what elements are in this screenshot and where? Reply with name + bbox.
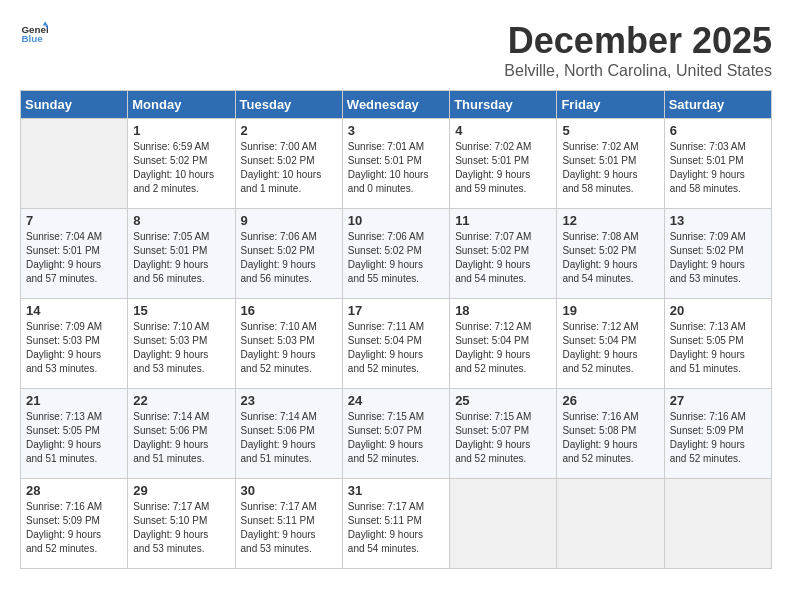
day-cell: 16Sunrise: 7:10 AM Sunset: 5:03 PM Dayli…	[235, 299, 342, 389]
day-content: Sunrise: 7:05 AM Sunset: 5:01 PM Dayligh…	[133, 230, 229, 286]
day-content: Sunrise: 7:09 AM Sunset: 5:02 PM Dayligh…	[670, 230, 766, 286]
day-cell: 23Sunrise: 7:14 AM Sunset: 5:06 PM Dayli…	[235, 389, 342, 479]
day-content: Sunrise: 7:12 AM Sunset: 5:04 PM Dayligh…	[562, 320, 658, 376]
day-cell: 25Sunrise: 7:15 AM Sunset: 5:07 PM Dayli…	[450, 389, 557, 479]
day-content: Sunrise: 7:06 AM Sunset: 5:02 PM Dayligh…	[241, 230, 337, 286]
day-number: 10	[348, 213, 444, 228]
day-content: Sunrise: 7:09 AM Sunset: 5:03 PM Dayligh…	[26, 320, 122, 376]
day-number: 5	[562, 123, 658, 138]
day-cell: 22Sunrise: 7:14 AM Sunset: 5:06 PM Dayli…	[128, 389, 235, 479]
week-row-1: 1Sunrise: 6:59 AM Sunset: 5:02 PM Daylig…	[21, 119, 772, 209]
day-content: Sunrise: 7:12 AM Sunset: 5:04 PM Dayligh…	[455, 320, 551, 376]
calendar-table: SundayMondayTuesdayWednesdayThursdayFrid…	[20, 90, 772, 569]
day-number: 18	[455, 303, 551, 318]
day-content: Sunrise: 7:10 AM Sunset: 5:03 PM Dayligh…	[241, 320, 337, 376]
day-content: Sunrise: 7:02 AM Sunset: 5:01 PM Dayligh…	[562, 140, 658, 196]
day-content: Sunrise: 7:16 AM Sunset: 5:08 PM Dayligh…	[562, 410, 658, 466]
day-cell: 10Sunrise: 7:06 AM Sunset: 5:02 PM Dayli…	[342, 209, 449, 299]
day-cell: 2Sunrise: 7:00 AM Sunset: 5:02 PM Daylig…	[235, 119, 342, 209]
day-content: Sunrise: 7:13 AM Sunset: 5:05 PM Dayligh…	[670, 320, 766, 376]
title-block: December 2025 Belville, North Carolina, …	[504, 20, 772, 80]
calendar-subtitle: Belville, North Carolina, United States	[504, 62, 772, 80]
day-cell: 15Sunrise: 7:10 AM Sunset: 5:03 PM Dayli…	[128, 299, 235, 389]
day-number: 11	[455, 213, 551, 228]
day-cell	[664, 479, 771, 569]
calendar-title: December 2025	[504, 20, 772, 62]
day-number: 26	[562, 393, 658, 408]
col-header-sunday: Sunday	[21, 91, 128, 119]
day-cell: 30Sunrise: 7:17 AM Sunset: 5:11 PM Dayli…	[235, 479, 342, 569]
week-row-2: 7Sunrise: 7:04 AM Sunset: 5:01 PM Daylig…	[21, 209, 772, 299]
day-cell: 27Sunrise: 7:16 AM Sunset: 5:09 PM Dayli…	[664, 389, 771, 479]
day-number: 9	[241, 213, 337, 228]
day-number: 20	[670, 303, 766, 318]
day-cell: 3Sunrise: 7:01 AM Sunset: 5:01 PM Daylig…	[342, 119, 449, 209]
day-number: 6	[670, 123, 766, 138]
week-row-5: 28Sunrise: 7:16 AM Sunset: 5:09 PM Dayli…	[21, 479, 772, 569]
day-content: Sunrise: 7:04 AM Sunset: 5:01 PM Dayligh…	[26, 230, 122, 286]
day-content: Sunrise: 7:15 AM Sunset: 5:07 PM Dayligh…	[455, 410, 551, 466]
day-number: 22	[133, 393, 229, 408]
day-cell: 28Sunrise: 7:16 AM Sunset: 5:09 PM Dayli…	[21, 479, 128, 569]
day-cell: 31Sunrise: 7:17 AM Sunset: 5:11 PM Dayli…	[342, 479, 449, 569]
day-number: 19	[562, 303, 658, 318]
day-number: 31	[348, 483, 444, 498]
logo: General Blue	[20, 20, 48, 48]
day-content: Sunrise: 7:06 AM Sunset: 5:02 PM Dayligh…	[348, 230, 444, 286]
day-cell: 9Sunrise: 7:06 AM Sunset: 5:02 PM Daylig…	[235, 209, 342, 299]
day-cell: 5Sunrise: 7:02 AM Sunset: 5:01 PM Daylig…	[557, 119, 664, 209]
col-header-monday: Monday	[128, 91, 235, 119]
day-content: Sunrise: 7:08 AM Sunset: 5:02 PM Dayligh…	[562, 230, 658, 286]
day-number: 4	[455, 123, 551, 138]
day-number: 28	[26, 483, 122, 498]
day-number: 7	[26, 213, 122, 228]
col-header-saturday: Saturday	[664, 91, 771, 119]
day-number: 16	[241, 303, 337, 318]
day-content: Sunrise: 7:11 AM Sunset: 5:04 PM Dayligh…	[348, 320, 444, 376]
day-number: 21	[26, 393, 122, 408]
day-content: Sunrise: 7:02 AM Sunset: 5:01 PM Dayligh…	[455, 140, 551, 196]
page-header: General Blue December 2025 Belville, Nor…	[20, 20, 772, 80]
day-number: 23	[241, 393, 337, 408]
week-row-3: 14Sunrise: 7:09 AM Sunset: 5:03 PM Dayli…	[21, 299, 772, 389]
day-cell: 11Sunrise: 7:07 AM Sunset: 5:02 PM Dayli…	[450, 209, 557, 299]
day-number: 30	[241, 483, 337, 498]
day-cell: 1Sunrise: 6:59 AM Sunset: 5:02 PM Daylig…	[128, 119, 235, 209]
day-content: Sunrise: 7:07 AM Sunset: 5:02 PM Dayligh…	[455, 230, 551, 286]
col-header-tuesday: Tuesday	[235, 91, 342, 119]
day-number: 17	[348, 303, 444, 318]
day-cell: 21Sunrise: 7:13 AM Sunset: 5:05 PM Dayli…	[21, 389, 128, 479]
day-cell: 14Sunrise: 7:09 AM Sunset: 5:03 PM Dayli…	[21, 299, 128, 389]
col-header-thursday: Thursday	[450, 91, 557, 119]
svg-text:Blue: Blue	[21, 33, 43, 44]
day-number: 15	[133, 303, 229, 318]
day-content: Sunrise: 7:10 AM Sunset: 5:03 PM Dayligh…	[133, 320, 229, 376]
logo-icon: General Blue	[20, 20, 48, 48]
day-content: Sunrise: 7:01 AM Sunset: 5:01 PM Dayligh…	[348, 140, 444, 196]
day-cell: 29Sunrise: 7:17 AM Sunset: 5:10 PM Dayli…	[128, 479, 235, 569]
day-number: 29	[133, 483, 229, 498]
day-number: 13	[670, 213, 766, 228]
day-content: Sunrise: 7:17 AM Sunset: 5:11 PM Dayligh…	[348, 500, 444, 556]
day-cell	[450, 479, 557, 569]
day-content: Sunrise: 7:17 AM Sunset: 5:11 PM Dayligh…	[241, 500, 337, 556]
day-cell: 13Sunrise: 7:09 AM Sunset: 5:02 PM Dayli…	[664, 209, 771, 299]
day-cell: 4Sunrise: 7:02 AM Sunset: 5:01 PM Daylig…	[450, 119, 557, 209]
day-cell: 6Sunrise: 7:03 AM Sunset: 5:01 PM Daylig…	[664, 119, 771, 209]
day-number: 27	[670, 393, 766, 408]
col-header-wednesday: Wednesday	[342, 91, 449, 119]
day-content: Sunrise: 7:17 AM Sunset: 5:10 PM Dayligh…	[133, 500, 229, 556]
day-content: Sunrise: 7:03 AM Sunset: 5:01 PM Dayligh…	[670, 140, 766, 196]
day-cell: 7Sunrise: 7:04 AM Sunset: 5:01 PM Daylig…	[21, 209, 128, 299]
day-number: 3	[348, 123, 444, 138]
day-number: 24	[348, 393, 444, 408]
day-cell: 20Sunrise: 7:13 AM Sunset: 5:05 PM Dayli…	[664, 299, 771, 389]
day-cell: 19Sunrise: 7:12 AM Sunset: 5:04 PM Dayli…	[557, 299, 664, 389]
day-cell: 26Sunrise: 7:16 AM Sunset: 5:08 PM Dayli…	[557, 389, 664, 479]
day-number: 12	[562, 213, 658, 228]
day-content: Sunrise: 7:13 AM Sunset: 5:05 PM Dayligh…	[26, 410, 122, 466]
day-cell: 12Sunrise: 7:08 AM Sunset: 5:02 PM Dayli…	[557, 209, 664, 299]
day-cell	[21, 119, 128, 209]
week-row-4: 21Sunrise: 7:13 AM Sunset: 5:05 PM Dayli…	[21, 389, 772, 479]
day-cell	[557, 479, 664, 569]
